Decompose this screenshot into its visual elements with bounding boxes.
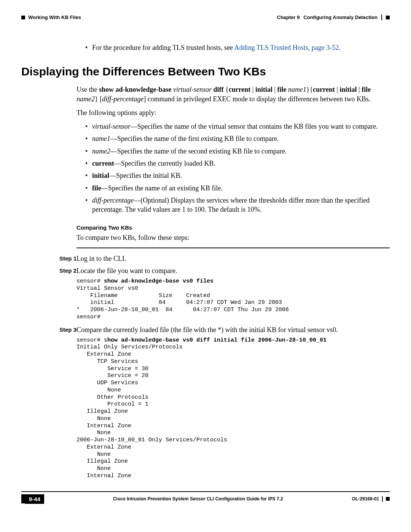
footer-left: 9-44 — [21, 494, 44, 504]
option-bullet: virtual-sensor—Specifies the name of the… — [85, 122, 390, 131]
subheading-paragraph: To compare two KBs, follow these steps: — [76, 233, 386, 242]
page-footer: 9-44 Cisco Intrusion Prevention System S… — [21, 494, 390, 515]
bullet-icon — [85, 134, 92, 143]
bullet-icon — [85, 171, 92, 180]
section-heading: Displaying the Differences Between Two K… — [21, 65, 390, 78]
step-label: Step 2 — [21, 266, 76, 276]
option-text: file—Specifies the name of an existing K… — [92, 184, 390, 193]
page: Working With KB Files Chapter 9 Configur… — [0, 0, 411, 515]
option-text: name1—Specifies the name of the first ex… — [92, 134, 390, 143]
footer-square-icon — [21, 494, 25, 503]
bullet-icon — [85, 122, 92, 131]
option-text: virtual-sensor—Specifies the name of the… — [92, 122, 390, 131]
breadcrumb: Working With KB Files — [28, 14, 81, 20]
option-text: current—Specifies the currently loaded K… — [92, 159, 390, 168]
step-label: Step 3 — [21, 325, 76, 335]
header-left: Working With KB Files — [21, 14, 81, 20]
step-text: Compare the currently loaded file (the f… — [76, 325, 390, 335]
intro-bullet: For the procedure for adding TLS trusted… — [85, 43, 390, 52]
tls-link[interactable]: Adding TLS Trusted Hosts, page 3-52 — [234, 44, 339, 51]
chapter-label: Chapter 9 — [277, 14, 300, 20]
step-row: Step 3 Compare the currently loaded file… — [21, 325, 390, 335]
intro-paragraph-1: Use the show ad-knowledge-base virtual-s… — [76, 85, 386, 104]
bullet-prefix: For the procedure for adding TLS trusted… — [92, 44, 234, 51]
footer-right: OL-29168-01 — [352, 496, 390, 502]
bullet-text: For the procedure for adding TLS trusted… — [92, 43, 390, 52]
step-text: Log in to the CLI. — [76, 254, 390, 264]
bullet-icon — [85, 196, 92, 214]
page-number: 9-44 — [25, 494, 44, 504]
footer-title: Cisco Intrusion Prevention System Sensor… — [44, 496, 352, 502]
page-header: Working With KB Files Chapter 9 Configur… — [21, 14, 390, 20]
header-bar-icon — [381, 14, 382, 20]
footer-bar-icon — [382, 496, 383, 502]
option-bullet: initial—Specifies the initial KB. — [85, 171, 390, 180]
bullet-icon — [85, 147, 92, 156]
doc-id: OL-29168-01 — [352, 496, 379, 502]
bullet-icon — [85, 159, 92, 168]
footer-rule-icon — [21, 491, 390, 492]
header-square-icon — [21, 16, 25, 19]
steps-container: Step 1Log in to the CLI.Step 2Locate the… — [21, 254, 390, 276]
code-block-2: sensor# show ad-knowledge-base vs0 diff … — [76, 337, 390, 480]
content: For the procedure for adding TLS trusted… — [21, 43, 390, 480]
option-bullet: current—Specifies the currently loaded K… — [85, 159, 390, 168]
option-bullet: diff-percentage—(Optional) Displays the … — [85, 196, 390, 214]
intro-paragraph-2: The following options apply: — [76, 108, 386, 117]
step-row: Step 1Log in to the CLI. — [21, 254, 390, 264]
step-label: Step 1 — [21, 254, 76, 264]
bullet-icon — [85, 43, 92, 52]
step-text: Locate the file you want to compare. — [76, 266, 390, 276]
footer-square-icon — [386, 497, 390, 501]
steps-rule-icon — [76, 248, 390, 248]
option-text: diff-percentage—(Optional) Displays the … — [92, 196, 390, 214]
option-text: name2—Specifies the name of the second e… — [92, 147, 390, 156]
bullet-icon — [85, 184, 92, 193]
options-list: virtual-sensor—Specifies the name of the… — [21, 122, 390, 214]
subheading: Comparing Two KBs — [76, 224, 390, 231]
step-row: Step 2Locate the file you want to compar… — [21, 266, 390, 276]
header-square-icon — [386, 16, 390, 19]
option-bullet: name1—Specifies the name of the first ex… — [85, 134, 390, 143]
option-bullet: file—Specifies the name of an existing K… — [85, 184, 390, 193]
header-right: Chapter 9 Configuring Anomaly Detection — [277, 14, 390, 20]
code-block-1: sensor# show ad-knowledge-base vs0 files… — [76, 278, 390, 321]
option-bullet: name2—Specifies the name of the second e… — [85, 147, 390, 156]
option-text: initial—Specifies the initial KB. — [92, 171, 390, 180]
bullet-suffix: . — [339, 44, 341, 51]
chapter-title: Configuring Anomaly Detection — [303, 14, 378, 20]
